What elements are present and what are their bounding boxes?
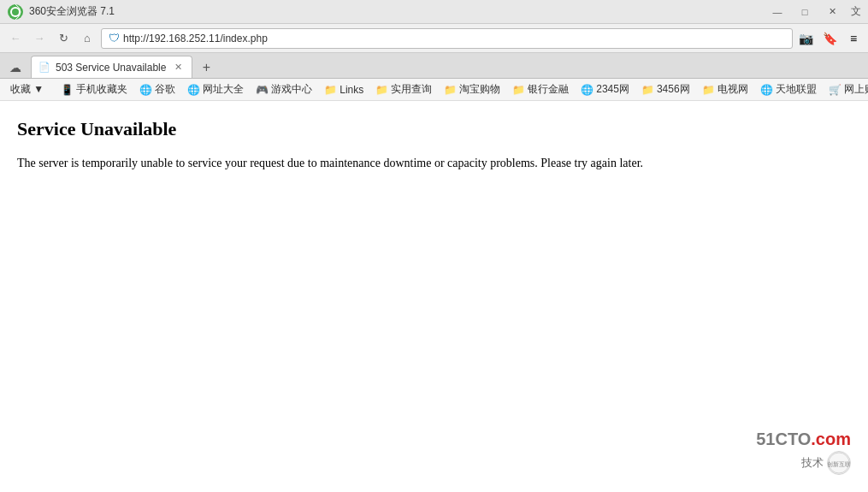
address-url-text: http://192.168.252.11/index.php — [123, 33, 268, 44]
new-tab-button[interactable]: + — [196, 57, 216, 78]
tab-close-button[interactable]: ✕ — [171, 61, 185, 74]
browser-logo-icon — [7, 3, 24, 21]
bookmark-dianshi[interactable]: 📁 电视网 — [697, 80, 753, 99]
bookmark-yinhang-label: 银行金融 — [528, 82, 569, 97]
nav-right-icons: 📷 🔖 ≡ — [796, 29, 863, 48]
watermark-tech-text: 技术 — [801, 455, 824, 471]
url-path: /index.php — [220, 33, 267, 44]
bookmark-dianshi-icon: 📁 — [702, 84, 715, 96]
text-btn[interactable]: 文 — [851, 4, 861, 19]
close-button[interactable]: ✕ — [820, 4, 844, 20]
bookmark-taobao-icon: 📁 — [444, 84, 457, 96]
bookmark-links[interactable]: 📁 Links — [319, 80, 369, 99]
error-heading: Service Unavailable — [17, 118, 851, 140]
bookmark-dianshi-label: 电视网 — [717, 82, 748, 97]
svg-text:创新互联: 创新互联 — [828, 461, 850, 467]
bookmark-tiandi[interactable]: 🌐 天地联盟 — [755, 80, 822, 99]
tab-title-text: 503 Service Unavailable — [56, 62, 166, 74]
forward-button[interactable]: → — [29, 28, 50, 49]
bookmark-links-icon: 📁 — [324, 84, 337, 96]
bookmark-youxi-icon: 🎮 — [256, 84, 269, 96]
bookmark-3456[interactable]: 📁 3456网 — [636, 80, 695, 99]
bookmark-icon[interactable]: 🔖 — [820, 29, 839, 48]
app-title: 360安全浏览器 7.1 — [29, 4, 115, 19]
navigation-bar: ← → ↻ ⌂ 🛡 http://192.168.252.11/index.ph… — [0, 24, 868, 53]
bookmark-taobao[interactable]: 📁 淘宝购物 — [439, 80, 505, 99]
bookmark-shiyong-icon: 📁 — [375, 84, 388, 96]
security-icon: 🛡 — [109, 32, 120, 44]
title-bar: 360安全浏览器 7.1 — □ ✕ 文 — [0, 0, 868, 24]
bookmarks-bar: 收藏 ▼ 📱 手机收藏夹 🌐 谷歌 🌐 网址大全 🎮 游戏中心 📁 Links … — [0, 79, 868, 101]
bookmark-tiandi-icon: 🌐 — [760, 84, 773, 96]
minimize-button[interactable]: — — [765, 4, 789, 20]
watermark-com: .com — [811, 430, 851, 448]
bookmark-3456-label: 3456网 — [657, 82, 690, 97]
watermark-bottom: 技术 创新互联 — [801, 451, 851, 475]
home-button[interactable]: ⌂ — [77, 28, 97, 49]
bookmark-yinhang-icon: 📁 — [512, 84, 525, 96]
screenshot-icon[interactable]: 📷 — [796, 29, 815, 48]
watermark: 51CTO.com 技术 创新互联 — [756, 430, 851, 475]
bookmark-2345-label: 2345网 — [596, 82, 629, 97]
url-protocol-host: http://192.168.252.11 — [123, 33, 220, 44]
title-bar-left: 360安全浏览器 7.1 — [7, 3, 115, 21]
settings-icon[interactable]: ≡ — [844, 29, 863, 48]
watermark-51cto: 51CTO — [756, 430, 811, 448]
bookmark-wangshang-icon: 🛒 — [829, 84, 841, 96]
bookmark-wangzhi-icon: 🌐 — [187, 84, 200, 96]
title-bar-right: — □ ✕ 文 — [765, 4, 861, 20]
bookmark-sj-label: 手机收藏夹 — [76, 82, 127, 97]
bookmark-google-icon: 🌐 — [139, 84, 152, 96]
bookmark-google[interactable]: 🌐 谷歌 — [134, 80, 180, 99]
bookmark-taobao-label: 淘宝购物 — [459, 82, 500, 97]
bookmark-wangzhi-label: 网址大全 — [203, 82, 244, 97]
bookmark-2345-icon: 🌐 — [581, 84, 593, 96]
watermark-top-text: 51CTO.com — [756, 430, 851, 449]
cloud-tab-button[interactable]: ☁ — [3, 57, 27, 78]
bookmark-3456-icon: 📁 — [641, 84, 654, 96]
bookmark-shiyong-label: 实用查询 — [391, 82, 432, 97]
bookmark-wangshang[interactable]: 🛒 网上购物 — [824, 80, 868, 99]
back-button[interactable]: ← — [5, 28, 26, 49]
bookmark-google-label: 谷歌 — [155, 82, 175, 97]
bookmark-wangzhi[interactable]: 🌐 网址大全 — [182, 80, 249, 99]
bookmark-links-label: Links — [340, 84, 363, 96]
bookmark-shiyong[interactable]: 📁 实用查询 — [370, 80, 437, 99]
svg-point-2 — [12, 9, 19, 15]
bookmark-tiandi-label: 天地联盟 — [776, 82, 817, 97]
maximize-button[interactable]: □ — [793, 4, 817, 20]
bookmark-wangshang-label: 网上购物 — [844, 82, 868, 97]
watermark-logo: 创新互联 — [827, 451, 851, 475]
bookmarks-toggle[interactable]: 收藏 ▼ — [5, 80, 49, 99]
bookmark-youxi[interactable]: 🎮 游戏中心 — [251, 80, 317, 99]
bookmark-sj-icon: 📱 — [61, 84, 74, 96]
error-body: The server is temporarily unable to serv… — [17, 154, 851, 173]
page-content: Service Unavailable The server is tempor… — [0, 101, 868, 190]
bookmark-youxi-label: 游戏中心 — [271, 82, 312, 97]
address-bar[interactable]: 🛡 http://192.168.252.11/index.php — [101, 28, 793, 49]
tab-page-icon: 📄 — [38, 62, 50, 73]
bookmark-2345[interactable]: 🌐 2345网 — [576, 80, 635, 99]
refresh-button[interactable]: ↻ — [53, 28, 74, 49]
bookmark-yinhang[interactable]: 📁 银行金融 — [507, 80, 574, 99]
active-tab[interactable]: 📄 503 Service Unavailable ✕ — [31, 56, 192, 78]
bookmark-sj[interactable]: 📱 手机收藏夹 — [56, 80, 133, 99]
bookmarks-arrow-icon: 收藏 ▼ — [10, 82, 44, 97]
tab-bar: ☁ 📄 503 Service Unavailable ✕ + — [0, 53, 868, 79]
